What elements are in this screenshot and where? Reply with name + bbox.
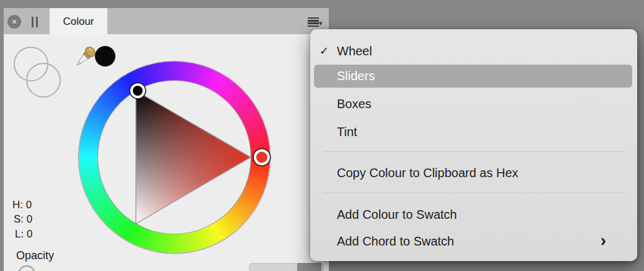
- menu-item-tint[interactable]: Tint: [310, 119, 637, 144]
- menu-separator: [323, 151, 625, 152]
- hamburger-icon: [308, 17, 319, 27]
- menu-item-copy-colour-hex[interactable]: Copy Colour to Clipboard as Hex: [310, 160, 637, 185]
- opacity-label: Opacity: [16, 249, 54, 262]
- menu-item-add-chord-to-swatch[interactable]: Add Chord to Swatch ›: [310, 229, 637, 254]
- menu-item-sliders[interactable]: Sliders: [314, 65, 632, 88]
- colour-panel-app: ✕ Colour ▾: [0, 0, 644, 271]
- menu-item-label: Add Colour to Swatch: [337, 208, 457, 222]
- hue-readout: H: 0: [12, 199, 32, 211]
- menu-item-label: Sliders: [337, 69, 375, 83]
- eyedropper-icon[interactable]: [72, 44, 97, 72]
- menu-item-label: Add Chord to Swatch: [337, 234, 454, 249]
- hue-handle[interactable]: [254, 149, 270, 165]
- opacity-value-button[interactable]: [297, 263, 321, 271]
- saturation-readout: S: 0: [14, 213, 32, 226]
- close-icon: ✕: [11, 18, 17, 26]
- menu-item-label: Wheel: [337, 44, 372, 58]
- close-panel-button[interactable]: ✕: [7, 15, 21, 29]
- menu-item-label: Copy Colour to Clipboard as Hex: [337, 166, 518, 180]
- menu-separator: [323, 193, 625, 193]
- tab-colour[interactable]: Colour: [50, 8, 107, 35]
- stroke-swatch-well[interactable]: [26, 63, 61, 98]
- lightness-readout: L: 0: [15, 228, 32, 241]
- saturation-lightness-triangle[interactable]: [127, 81, 257, 230]
- pin-panel-button[interactable]: [32, 17, 38, 27]
- menu-item-label: Tint: [337, 125, 357, 139]
- chevron-down-icon: ▾: [319, 19, 323, 27]
- menu-item-wheel[interactable]: ✓ Wheel: [310, 39, 637, 63]
- panel-preferences-button[interactable]: ▾: [305, 14, 326, 30]
- check-icon: ✓: [320, 44, 329, 58]
- menu-item-boxes[interactable]: Boxes: [310, 91, 637, 116]
- current-colour-swatch[interactable]: [95, 46, 115, 67]
- saturation-lightness-handle[interactable]: [130, 83, 145, 98]
- menu-item-label: Boxes: [337, 97, 372, 111]
- menu-item-add-colour-to-swatch[interactable]: Add Colour to Swatch: [310, 202, 637, 227]
- panel-preferences-menu: ✓ Wheel Sliders Boxes Tint Copy Colour t…: [310, 29, 637, 261]
- opacity-value-box[interactable]: [249, 263, 324, 271]
- tab-label: Colour: [63, 16, 94, 28]
- submenu-chevron-icon: ›: [601, 232, 606, 249]
